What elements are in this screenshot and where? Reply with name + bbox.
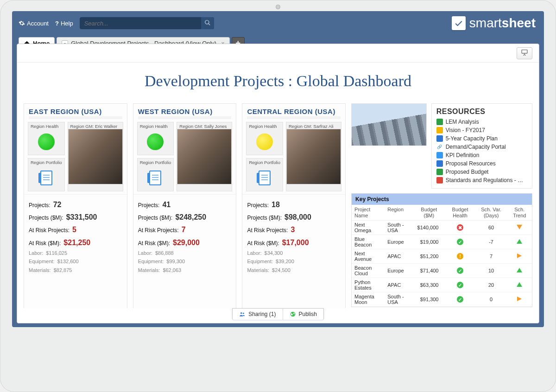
region-progress (138, 116, 232, 119)
title-card: Development Projects : Global Dashboard (24, 65, 532, 99)
gm-photo (68, 129, 123, 184)
camera-dot (276, 5, 280, 9)
resource-label: Vision - FY2017 (446, 127, 485, 133)
resource-item[interactable]: Vision - FY2017 (436, 126, 527, 134)
cell-budget: $140,000 (413, 221, 445, 235)
search-input[interactable] (80, 17, 214, 29)
table-header: Region (385, 205, 413, 221)
cell-name: Next Avenue (352, 249, 385, 264)
resource-item[interactable]: 🔗Demand/Capacity Portal (436, 143, 527, 151)
cell-region: South - USA (385, 221, 413, 235)
help-link[interactable]: ? Help (55, 20, 73, 27)
publish-label: Publish (299, 311, 317, 317)
cell-trend (507, 235, 532, 249)
presentation-icon (521, 49, 528, 57)
region-gm-cell: Region GM: Eric Walker (68, 122, 123, 191)
table-row[interactable]: Magenta Moon South - USA $91,300 ✓ 0 (352, 292, 532, 307)
region-stats: Projects: 72 Projects ($M): $331,500 At … (24, 194, 127, 278)
health-icon: ✓ (457, 267, 463, 274)
file-type-icon (436, 119, 443, 125)
cell-region: South - USA (385, 292, 413, 307)
table-row[interactable]: Blue Beacon Europe $19,000 ✓ -7 (352, 235, 532, 249)
region-health-cell: Region Health (246, 122, 283, 155)
trend-icon (517, 239, 522, 244)
health-icon: ✖ (457, 224, 463, 231)
search-button[interactable] (201, 17, 214, 29)
cell-name: Blue Beacon (352, 235, 385, 249)
resource-label: Demand/Capacity Portal (446, 144, 506, 150)
region-health-label: Region Health (138, 122, 174, 129)
health-dot-icon (38, 133, 55, 150)
cell-var: 10 (475, 264, 507, 278)
region-gm-cell: Region GM: Sarfraz Ali (286, 122, 341, 191)
search-icon (204, 19, 211, 27)
resource-item[interactable]: 5-Year Capacity Plan (436, 134, 527, 143)
cell-var: 7 (475, 249, 507, 264)
file-type-icon (436, 135, 443, 142)
region-portfolio-cell[interactable]: Region Portfolio (28, 158, 65, 191)
region-portfolio-cell[interactable]: Region Portfolio (137, 158, 174, 191)
footer-button-group: Sharing (1) Publish (232, 308, 324, 320)
account-link[interactable]: Account (19, 20, 49, 27)
health-icon: ✓ (457, 239, 463, 245)
resource-item[interactable]: Proposed Budget (436, 168, 527, 176)
present-button[interactable] (517, 47, 532, 59)
cell-budget: $63,300 (413, 278, 445, 292)
region-health-label: Region Health (246, 122, 283, 129)
publish-button[interactable]: Publish (283, 309, 323, 320)
region-health-label: Region Health (28, 122, 64, 129)
file-type-icon (436, 152, 443, 158)
table-header: Project Name (352, 205, 385, 221)
cell-health: ✖ (445, 221, 475, 235)
svg-point-2 (243, 313, 244, 314)
resource-item[interactable]: Standards and Regulations - … (436, 176, 527, 184)
region-gm-label: Region GM: Sally Jones (177, 122, 232, 129)
cell-trend (507, 278, 532, 292)
gm-photo (177, 129, 232, 184)
cell-budget: $71,400 (413, 264, 445, 278)
resource-label: Proposed Budget (446, 169, 489, 175)
cell-trend (507, 264, 532, 278)
region-portfolio-label: Region Portfolio (246, 158, 283, 165)
brand-logo: smartsheet (452, 16, 536, 31)
gear-icon (19, 20, 25, 26)
table-row[interactable]: Next Avenue APAC $51,200 ! 7 (352, 249, 532, 264)
help-icon: ? (55, 20, 59, 27)
cell-region: APAC (385, 249, 413, 264)
globe-icon (290, 311, 296, 317)
cell-var: -7 (475, 235, 507, 249)
app-screen: Account ? Help (12, 11, 544, 327)
table-row[interactable]: Beacon Cloud Europe $71,400 ✓ 10 (352, 264, 532, 278)
trend-icon (517, 253, 522, 258)
region-stats: Projects: 18 Projects ($M): $98,000 At R… (242, 194, 345, 278)
cell-var: 0 (475, 292, 507, 307)
cell-trend (507, 249, 532, 264)
resource-label: 5-Year Capacity Plan (446, 135, 498, 142)
people-icon (239, 311, 246, 317)
cell-health: ✓ (445, 292, 475, 307)
resource-item[interactable]: KPI Definition (436, 151, 527, 159)
right-column: RESOURCES LEM AnalysisVision - FY20175-Y… (351, 103, 532, 308)
region-portfolio-cell[interactable]: Region Portfolio (246, 158, 283, 191)
resources-card: RESOURCES LEM AnalysisVision - FY20175-Y… (431, 103, 532, 189)
key-projects-table: Project NameRegionBudget ($M)Budget Heal… (352, 205, 532, 307)
sharing-button[interactable]: Sharing (1) (233, 309, 283, 320)
file-type-icon (436, 169, 443, 175)
region-progress (247, 116, 341, 119)
key-projects-card: Key Projects Project NameRegionBudget ($… (351, 193, 532, 307)
health-icon: ! (457, 253, 463, 259)
svg-point-1 (240, 312, 242, 314)
resource-item[interactable]: LEM Analysis (436, 118, 527, 126)
cell-health: ✓ (445, 235, 475, 249)
region-health-cell: Region Health (137, 122, 174, 155)
region-progress (29, 116, 122, 119)
cell-health: ✓ (445, 264, 475, 278)
region-gm-cell: Region GM: Sally Jones (177, 122, 232, 191)
brand-text: smartsheet (469, 16, 536, 31)
health-dot-icon (256, 133, 273, 150)
dashboard-grid: EAST REGION (USA) Region Health Region P… (24, 103, 532, 308)
resource-item[interactable]: Proposal Resources (436, 159, 527, 168)
region-card: EAST REGION (USA) Region Health Region P… (24, 103, 127, 308)
table-row[interactable]: Python Estates APAC $63,300 ✓ 20 (352, 278, 532, 292)
table-row[interactable]: Next Omega South - USA $140,000 ✖ 60 (352, 221, 532, 235)
